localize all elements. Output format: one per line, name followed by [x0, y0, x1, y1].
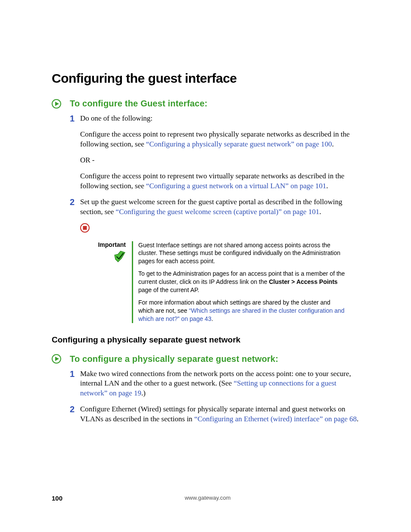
- section-heading: Configuring a physically separate guest …: [52, 335, 364, 345]
- play-icon: [52, 354, 61, 364]
- step-text: Configure the access point to represent …: [80, 130, 364, 149]
- footer-url: www.gateway.com: [52, 495, 364, 501]
- step-item: 1 Do one of the following: Configure the…: [70, 114, 364, 191]
- step-item: 2 Set up the guest welcome screen for th…: [70, 197, 364, 217]
- note-paragraph: To get to the Administration pages for a…: [138, 270, 347, 294]
- note-label: Important: [80, 241, 126, 248]
- step-text: Do one of the following:: [80, 114, 364, 124]
- cross-reference-link[interactable]: “Configuring a guest network on a virtua…: [146, 182, 326, 190]
- cross-reference-link[interactable]: “Configuring a physically separate guest…: [146, 140, 332, 148]
- procedure-heading: To configure the Guest interface:: [70, 99, 208, 109]
- step-text: OR -: [80, 156, 364, 165]
- svg-marker-1: [55, 102, 59, 106]
- step-text: Configure Ethernet (Wired) settings for …: [80, 404, 364, 424]
- text-run: .: [332, 140, 333, 148]
- step-text: Configure the access point to represent …: [80, 171, 364, 191]
- step-item: 2 Configure Ethernet (Wired) settings fo…: [70, 404, 364, 424]
- svg-rect-3: [83, 226, 87, 230]
- text-run: .: [357, 415, 358, 423]
- svg-marker-4: [115, 251, 125, 262]
- note-paragraph: Guest Interface settings are not shared …: [138, 241, 347, 266]
- cross-reference-link[interactable]: “Configuring an Ethernet (wired) interfa…: [194, 415, 357, 423]
- step-number: 2: [70, 196, 75, 208]
- checkmark-icon: [114, 251, 126, 263]
- step-number: 2: [70, 404, 75, 415]
- cross-reference-link[interactable]: “Configuring the guest welcome screen (c…: [116, 208, 320, 216]
- step-number: 1: [70, 368, 75, 380]
- page-footer: 100 www.gateway.com: [52, 495, 364, 502]
- procedure-heading: To configure a physically separate guest…: [70, 354, 278, 364]
- text-run: .): [141, 389, 146, 397]
- step-number: 1: [70, 113, 75, 124]
- text-bold: Cluster > Access Points: [269, 278, 337, 285]
- step-text: Set up the guest welcome screen for the …: [80, 197, 364, 217]
- play-icon: [52, 99, 61, 109]
- step-text: Make two wired connections from the netw…: [80, 369, 364, 399]
- page-title: Configuring the guest interface: [52, 71, 364, 86]
- text-run: .: [326, 182, 328, 190]
- svg-marker-6: [55, 357, 59, 361]
- text-run: page of the current AP.: [138, 286, 199, 293]
- text-run: .: [212, 315, 213, 322]
- text-run: .: [319, 208, 321, 216]
- note-paragraph: For more information about which setting…: [138, 299, 347, 323]
- important-note: Important Guest Interface settings are n…: [80, 241, 347, 323]
- stop-icon: [80, 223, 90, 233]
- step-item: 1 Make two wired connections from the ne…: [70, 369, 364, 399]
